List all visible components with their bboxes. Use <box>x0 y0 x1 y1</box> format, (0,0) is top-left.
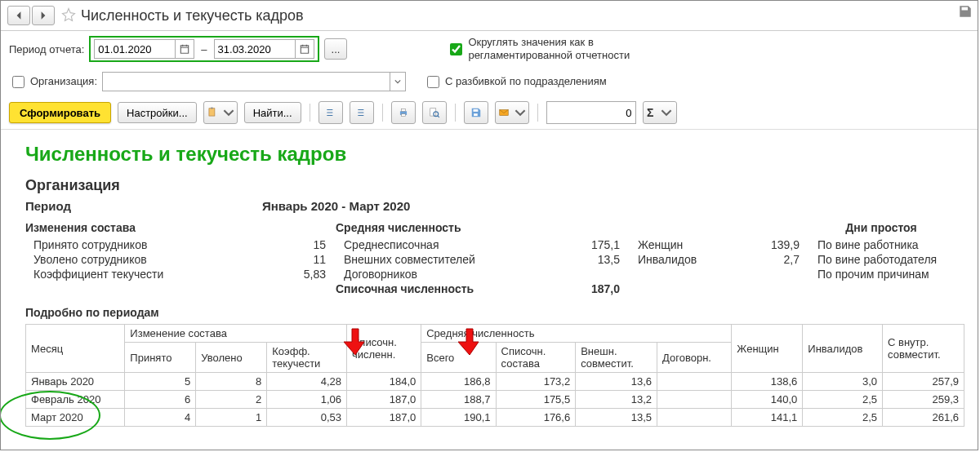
calendar-to-icon[interactable] <box>295 40 314 58</box>
org-checkbox-wrap[interactable]: Организация: <box>9 73 97 91</box>
run-button[interactable]: Сформировать <box>9 102 111 123</box>
period-highlight-box: – <box>89 36 318 62</box>
idle1-label: По вине работника <box>817 238 953 251</box>
women-value: 139,9 <box>754 238 809 251</box>
org-input-wrap <box>102 72 406 91</box>
cell-int: 257,9 <box>883 373 964 391</box>
avglist-value: 175,1 <box>574 238 630 251</box>
cell-fired: 2 <box>196 391 267 409</box>
cell-fired: 1 <box>196 409 267 427</box>
svg-rect-1 <box>211 108 212 109</box>
svg-rect-4 <box>401 114 405 117</box>
cell-list: 184,0 <box>346 373 421 391</box>
cell-coef: 0,53 <box>267 409 347 427</box>
cell-hired: 4 <box>125 409 196 427</box>
cell-int: 261,6 <box>883 409 964 427</box>
expand-button[interactable] <box>318 101 343 124</box>
report-period: Период Январь 2020 - Март 2020 <box>25 199 953 213</box>
preview-button[interactable] <box>422 101 447 124</box>
changes-header: Изменения состава <box>25 221 336 234</box>
cell-dog <box>657 373 732 391</box>
svg-rect-3 <box>401 109 405 111</box>
women-label: Женщин <box>638 238 754 251</box>
cell-total: 186,8 <box>421 373 496 391</box>
topbar: Численность и текучесть кадров <box>1 1 978 31</box>
date-from-wrapper <box>94 39 194 59</box>
cell-month: Январь 2020 <box>26 373 125 391</box>
org-dropdown-icon[interactable] <box>390 73 405 91</box>
paste-dropdown-button[interactable] <box>203 101 238 124</box>
date-from-input[interactable] <box>95 42 175 57</box>
idle2-label: По вине работодателя <box>817 253 953 266</box>
date-to-wrapper <box>214 39 314 59</box>
period-more-button[interactable]: ... <box>324 38 348 60</box>
sum-input[interactable] <box>546 101 636 124</box>
table-row: Январь 2020584,28184,0186,8173,213,6138,… <box>26 373 964 391</box>
detail-header: Подробно по периодам <box>25 306 953 319</box>
cell-total: 188,7 <box>421 391 496 409</box>
org-row: Организация: С разбивкой по подразделени… <box>1 67 978 96</box>
th-dog: Договорн. <box>657 343 732 373</box>
round-checkbox[interactable] <box>450 43 462 55</box>
find-button[interactable]: Найти... <box>244 102 301 123</box>
detail-table: Месяц Изменение состава Списочн. численн… <box>25 324 964 427</box>
svg-rect-0 <box>209 109 215 116</box>
save-icon[interactable] <box>958 4 973 21</box>
sigma-dropdown-button[interactable]: Σ <box>643 101 677 124</box>
th-women: Женщин <box>732 325 803 373</box>
settings-button[interactable]: Настройки... <box>118 102 197 123</box>
date-to-input[interactable] <box>215 42 295 57</box>
separator <box>455 104 456 122</box>
summary-stats: Изменения состава Принято сотрудников15 … <box>25 221 953 299</box>
th-list: Списочн. численн. <box>346 325 421 373</box>
report-area: Численность и текучесть кадров Организац… <box>1 130 978 433</box>
th-month: Месяц <box>26 325 125 373</box>
ext-value: 13,5 <box>574 253 630 266</box>
mail-dropdown-button[interactable] <box>495 101 529 124</box>
cell-coef: 1,06 <box>267 391 347 409</box>
save-button[interactable] <box>464 101 488 124</box>
cell-ext: 13,5 <box>576 409 657 427</box>
cell-inv: 2,5 <box>803 391 883 409</box>
back-button[interactable] <box>7 6 30 25</box>
table-row: Март 2020410,53187,0190,1176,613,5141,12… <box>26 409 964 427</box>
hired-value: 15 <box>280 238 336 251</box>
cell-inv: 2,5 <box>803 409 883 427</box>
app-window: Численность и текучесть кадров Период от… <box>0 0 978 450</box>
org-input[interactable] <box>103 74 390 90</box>
table-row: Февраль 2020621,06187,0188,7175,513,2140… <box>26 391 964 409</box>
forward-button[interactable] <box>32 6 55 25</box>
cell-women: 138,6 <box>732 373 803 391</box>
cell-women: 140,0 <box>732 391 803 409</box>
calendar-from-icon[interactable] <box>175 40 194 58</box>
cell-hired: 6 <box>125 391 196 409</box>
th-coef: Коэфф. текучести <box>267 343 347 373</box>
idle-header: Дни простоя <box>809 221 953 234</box>
cell-total: 190,1 <box>421 409 496 427</box>
collapse-button[interactable] <box>350 101 374 124</box>
dog-label: Договорников <box>344 268 574 281</box>
cell-women: 141,1 <box>732 409 803 427</box>
org-checkbox[interactable] <box>12 76 24 88</box>
cell-month: Март 2020 <box>26 409 125 427</box>
cell-dog <box>657 409 732 427</box>
th-change-group: Изменение состава <box>125 325 347 343</box>
hired-label: Принято сотрудников <box>33 238 280 251</box>
idle3-label: По прочим причинам <box>817 268 953 281</box>
breakdown-checkbox[interactable] <box>427 76 439 88</box>
breakdown-checkbox-wrap[interactable]: С разбивкой по подразделениям <box>424 73 607 91</box>
th-ext: Внешн. совместит. <box>576 343 657 373</box>
separator <box>537 104 538 122</box>
fired-value: 11 <box>280 253 336 266</box>
print-button[interactable] <box>391 101 416 124</box>
favorite-icon[interactable] <box>61 7 76 24</box>
period-row: Период отчета: – ... Округлять значения … <box>1 31 978 67</box>
th-int: С внутр. совместит. <box>883 325 964 373</box>
cell-list2: 176,6 <box>496 409 576 427</box>
th-hired: Принято <box>125 343 196 373</box>
inv-label: Инвалидов <box>638 253 754 266</box>
cell-list: 187,0 <box>346 409 421 427</box>
round-checkbox-wrap[interactable]: Округлять значения как в регламентирован… <box>447 36 639 61</box>
th-list2: Списочн. состава <box>496 343 576 373</box>
date-separator: – <box>199 43 208 55</box>
